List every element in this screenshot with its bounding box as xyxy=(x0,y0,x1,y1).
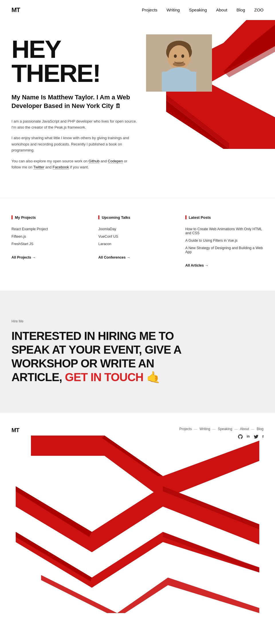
hire-label: Hire Me xyxy=(11,319,264,323)
svg-point-8 xyxy=(181,54,184,58)
divider-2: — xyxy=(213,427,216,431)
hero-subtitle: My Name Is Matthew Taylor. I Am a Web De… xyxy=(11,93,138,110)
projects-section: My Projects React Example Project Fiftee… xyxy=(11,215,98,268)
nav-item-speaking[interactable]: Speaking xyxy=(189,7,207,13)
footer-link-projects[interactable]: Projects xyxy=(179,427,192,431)
footer-nav-links: Projects — Writing — Speaking — About — … xyxy=(179,427,264,431)
footer-social: in f xyxy=(238,434,264,440)
nav-item-blog[interactable]: Blog xyxy=(236,7,245,13)
talk-item-1[interactable]: JoomlaDay xyxy=(98,225,176,233)
project-item-1[interactable]: React Example Project xyxy=(11,225,90,233)
hero-para-3: You can also explore my open source work… xyxy=(11,158,138,170)
footer-nav: Projects — Writing — Speaking — About — … xyxy=(179,427,264,440)
svg-marker-19 xyxy=(16,486,259,552)
facebook-social-link[interactable]: f xyxy=(262,434,264,440)
svg-marker-22 xyxy=(16,532,259,588)
github-link[interactable]: Github xyxy=(89,159,99,164)
talks-list: JoomlaDay VueConf US Laracon xyxy=(98,225,176,248)
hero-body: I am a passionate JavaScript and PHP dev… xyxy=(11,118,138,170)
project-item-2[interactable]: Fifteen.js xyxy=(11,233,90,240)
svg-point-7 xyxy=(174,54,177,58)
talks-section: Upcoming Talks JoomlaDay VueConf US Lara… xyxy=(98,215,185,268)
footer-link-speaking[interactable]: Speaking xyxy=(218,427,232,431)
github-social-link[interactable] xyxy=(238,434,243,440)
divider-1: — xyxy=(194,427,197,431)
talk-item-3[interactable]: Laracon xyxy=(98,240,176,248)
twitter-social-link[interactable] xyxy=(254,434,258,440)
divider-4: — xyxy=(251,427,254,431)
nav-item-writing[interactable]: Writing xyxy=(166,7,180,13)
posts-heading: Latest Posts xyxy=(185,215,264,220)
svg-marker-25 xyxy=(41,575,259,613)
hire-section: Hire Me INTERESTED IN HIRING ME TO SPEAK… xyxy=(0,291,275,413)
svg-rect-11 xyxy=(162,72,196,92)
hero-photo xyxy=(146,34,212,92)
footer-logo[interactable]: MT xyxy=(11,427,19,434)
nav-item-projects[interactable]: Projects xyxy=(142,7,157,13)
hero-para-2: I also enjoy sharing what little I know … xyxy=(11,135,138,153)
divider-3: — xyxy=(235,427,238,431)
all-articles-link[interactable]: All Articles xyxy=(185,263,209,267)
nav-links: Projects Writing Speaking About Blog ZOO xyxy=(142,7,264,13)
all-conferences-link[interactable]: All Conferences xyxy=(98,255,130,259)
footer: MT Projects — Writing — Speaking — About… xyxy=(0,413,275,613)
main-nav: MT Projects Writing Speaking About Blog … xyxy=(0,0,275,20)
footer-top: MT Projects — Writing — Speaking — About… xyxy=(11,427,264,440)
footer-link-blog[interactable]: Blog xyxy=(257,427,264,431)
footer-link-about[interactable]: About xyxy=(240,427,249,431)
hero-para-1: I am a passionate JavaScript and PHP dev… xyxy=(11,118,138,131)
codepen-link[interactable]: Codepen xyxy=(108,159,123,164)
projects-heading: My Projects xyxy=(11,215,90,220)
emoji-calendar: 🗓 xyxy=(115,103,121,109)
post-item-3[interactable]: A New Strategy of Designing and Building… xyxy=(185,244,264,256)
talk-item-2[interactable]: VueConf US xyxy=(98,233,176,240)
facebook-link[interactable]: Facebook xyxy=(53,165,69,170)
hire-emoji: 🤙 xyxy=(146,371,160,383)
project-item-3[interactable]: FreshStart JS xyxy=(11,240,90,248)
linkedin-social-link[interactable]: in xyxy=(247,434,250,440)
projects-list: React Example Project Fifteen.js FreshSt… xyxy=(11,225,90,248)
hero-photo-placeholder xyxy=(146,34,212,92)
hire-cta[interactable]: GET IN TOUCH xyxy=(65,371,144,383)
hire-heading: INTERESTED IN HIRING ME TO SPEAK AT YOUR… xyxy=(11,329,183,384)
site-logo[interactable]: MT xyxy=(11,6,20,14)
footer-ribbon xyxy=(0,436,275,613)
nav-item-zoo[interactable]: ZOO xyxy=(254,7,264,13)
posts-list: How to Create Web Animations With Only H… xyxy=(185,225,264,256)
hero-section: HEY THERE! My Name Is Matthew Taylor. I … xyxy=(0,20,275,198)
post-item-2[interactable]: A Guide to Using Filters in Vue.js xyxy=(185,237,264,244)
posts-section: Latest Posts How to Create Web Animation… xyxy=(185,215,264,268)
svg-point-9 xyxy=(173,62,185,66)
all-projects-link[interactable]: All Projects xyxy=(11,255,36,259)
footer-link-writing[interactable]: Writing xyxy=(199,427,210,431)
twitter-link[interactable]: Twitter xyxy=(33,165,44,170)
hero-heading: HEY THERE! xyxy=(11,37,138,85)
hero-right xyxy=(126,20,275,198)
talks-heading: Upcoming Talks xyxy=(98,215,176,220)
nav-item-about[interactable]: About xyxy=(216,7,227,13)
post-item-1[interactable]: How to Create Web Animations With Only H… xyxy=(185,225,264,237)
sections-row: My Projects React Example Project Fiftee… xyxy=(0,198,275,291)
